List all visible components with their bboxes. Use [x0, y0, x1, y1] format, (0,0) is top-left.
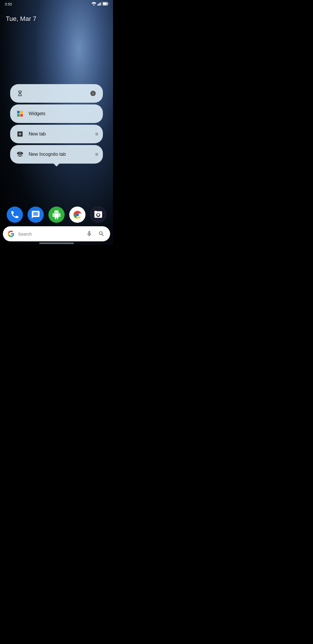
dock [0, 207, 113, 223]
svg-rect-6 [108, 3, 108, 4]
menu-item-widgets[interactable]: Widgets [10, 104, 103, 123]
svg-rect-9 [20, 111, 23, 113]
svg-rect-8 [17, 111, 20, 113]
svg-point-12 [18, 155, 19, 156]
menu-item-incognito[interactable]: New Incognito tab ≡ [10, 145, 103, 164]
svg-rect-7 [103, 3, 107, 5]
svg-rect-2 [99, 3, 99, 6]
svg-point-14 [21, 155, 22, 156]
context-menu: Widgets New tab ≡ New Incognito tab ≡ [10, 84, 103, 164]
search-bar[interactable] [3, 226, 110, 241]
status-icons [92, 2, 108, 6]
incognito-label: New Incognito tab [29, 152, 92, 157]
drag-handle-incognito: ≡ [95, 151, 98, 158]
dock-phone[interactable] [7, 207, 23, 223]
drag-handle-new-tab: ≡ [95, 131, 98, 137]
info-icon[interactable] [88, 88, 98, 99]
nav-bar [0, 241, 113, 245]
incognito-icon [15, 149, 25, 160]
menu-item-app-info[interactable] [10, 84, 103, 103]
dock-camera[interactable] [90, 207, 106, 223]
widgets-label: Widgets [29, 111, 98, 116]
new-tab-label: New tab [29, 131, 92, 137]
svg-rect-3 [100, 3, 101, 6]
svg-rect-1 [97, 4, 98, 6]
status-bar: 3:50 [0, 0, 113, 8]
svg-rect-4 [101, 2, 101, 6]
lens-button[interactable] [97, 229, 106, 238]
wifi-icon [92, 2, 96, 6]
battery-icon [103, 2, 108, 6]
dock-chrome[interactable] [69, 207, 85, 223]
svg-point-13 [19, 155, 21, 157]
svg-rect-10 [17, 114, 20, 117]
hourglass-icon [15, 88, 25, 99]
menu-item-new-tab[interactable]: New tab ≡ [10, 125, 103, 143]
mic-button[interactable] [85, 229, 94, 238]
dock-messages[interactable] [28, 207, 44, 223]
signal-icon [97, 2, 101, 6]
nav-pill [39, 243, 74, 244]
widgets-icon [15, 108, 25, 119]
plus-icon [15, 129, 25, 139]
svg-point-0 [93, 5, 94, 6]
google-logo [7, 230, 15, 238]
dock-android[interactable] [48, 207, 65, 223]
date-display: Tue, Mar 7 [6, 15, 37, 23]
status-time: 3:50 [5, 2, 12, 6]
search-input[interactable] [18, 226, 82, 241]
svg-rect-11 [20, 114, 23, 117]
